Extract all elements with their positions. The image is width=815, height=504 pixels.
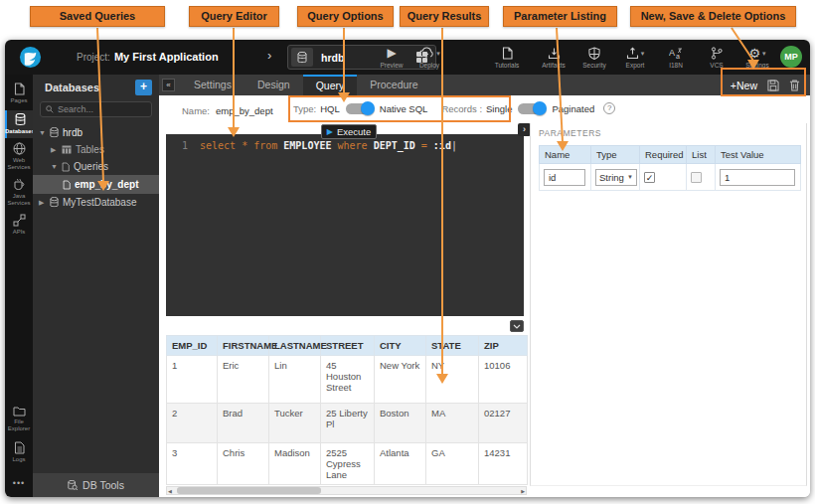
tree-node-tables[interactable]: ▶ Tables [33, 141, 159, 158]
col-emp-id[interactable]: EMP_ID [167, 336, 218, 356]
user-avatar[interactable]: MP [780, 46, 802, 68]
type-label: Type: [293, 103, 316, 114]
param-list-checkbox[interactable] [691, 172, 702, 183]
databases-panel: Databases + Search... ▼ hrdb ▶ Tables [33, 75, 159, 497]
query-name-value[interactable]: emp_by_dept [216, 105, 273, 116]
table-row[interactable]: 1EricLin45 Houston StreetNew YorkNY10106 [167, 356, 528, 404]
save-icon[interactable] [767, 80, 779, 91]
vcs-button[interactable]: VCS [700, 46, 734, 69]
sql-editor[interactable]: 1 select * from EMPLOYEE where DEPT_ID =… [166, 134, 524, 316]
col-zip[interactable]: ZIP [479, 336, 528, 356]
caret-down-icon[interactable]: ▼ [51, 163, 58, 170]
tutorials-doc-icon [502, 46, 513, 60]
table-icon [62, 145, 72, 154]
caret-right-icon[interactable]: ▶ [39, 199, 46, 207]
sidebar-item-pages[interactable]: Pages [5, 83, 33, 104]
add-database-button[interactable]: + [135, 80, 152, 95]
param-name-input[interactable]: id [544, 169, 585, 186]
parameters-title: PARAMETERS [539, 128, 601, 138]
new-query-button[interactable]: +New [731, 80, 757, 91]
tab-procedure[interactable]: Procedure [357, 75, 430, 95]
col-state[interactable]: STATE [426, 336, 479, 356]
sql-code: select * from EMPLOYEE where DEPT_ID = :… [200, 140, 457, 151]
caret-right-icon[interactable]: ▶ [51, 146, 58, 154]
tutorials-button[interactable]: Tutorials [490, 46, 524, 69]
sidebar-item-apis[interactable]: APIs [5, 214, 33, 236]
param-required-checkbox[interactable]: ✓ [644, 172, 655, 183]
tree-node-emp-by-dept[interactable]: emp_by_dept [33, 175, 159, 194]
deploy-button[interactable]: ▾ Deploy [412, 46, 446, 69]
more-options-button[interactable]: ••• [5, 478, 33, 488]
help-icon[interactable]: ? [603, 102, 615, 114]
results-header-row: EMP_ID FIRSTNAME LASTNAME STREET CITY ST… [167, 336, 528, 356]
editor-collapse-button[interactable] [510, 320, 524, 332]
table-row[interactable]: 3ChrisMadison2525 Cypress LaneAtlantaGA1… [167, 443, 528, 485]
tab-query[interactable]: Query [303, 75, 358, 95]
i18n-button[interactable]: Aa I18N [659, 46, 693, 69]
db-tools-button[interactable]: DB Tools [33, 473, 159, 497]
col-lastname[interactable]: LASTNAME [269, 336, 321, 356]
records-toggle[interactable] [518, 103, 546, 114]
records-label: Records : [441, 103, 482, 114]
left-icon-rail: Pages Databases Web Services Java Servic… [5, 75, 33, 497]
settings-button[interactable]: ⚙▾ Settings [740, 46, 774, 69]
gear-icon: ⚙▾ [748, 46, 765, 60]
chevron-down-icon: ▾ [762, 47, 766, 60]
main-content: « Settings Design Query Procedure +New N… [159, 75, 810, 497]
tab-strip: « Settings Design Query Procedure +New [159, 75, 810, 95]
col-firstname[interactable]: FIRSTNAME [218, 336, 269, 356]
export-button[interactable]: ▾ Export [618, 46, 652, 69]
sidebar-item-logs[interactable]: Logs [5, 441, 33, 463]
tree-node-queries[interactable]: ▼ Queries [33, 158, 159, 175]
callout-saved-queries: Saved Queries [30, 6, 165, 27]
sidebar-item-web-services[interactable]: Web Services [5, 142, 33, 171]
table-row[interactable]: 2BradTucker25 Liberty PlBostonMA02127 [167, 404, 528, 443]
shield-icon [588, 46, 600, 60]
tab-settings[interactable]: Settings [181, 75, 244, 95]
callout-query-options: Query Options [297, 6, 394, 27]
scrollbar-thumb[interactable] [177, 487, 321, 494]
sidebar-item-java-services[interactable]: Java Services [5, 178, 33, 207]
tree-node-mytestdatabase[interactable]: ▶ MyTestDatabase [33, 194, 159, 211]
cloud-upload-icon: ▾ [418, 46, 440, 60]
type-toggle[interactable] [346, 103, 374, 114]
project-label: Project: [77, 52, 110, 63]
top-bar: Project:My First Application › hrdb ▶ Pr… [5, 40, 810, 75]
api-nodes-icon [13, 214, 26, 227]
collapse-panel-button[interactable]: « [162, 79, 175, 91]
callout-query-results: Query Results [400, 6, 489, 27]
param-test-value-input[interactable]: 1 [720, 169, 795, 186]
search-placeholder: Search... [58, 104, 93, 114]
delete-icon[interactable] [789, 80, 800, 91]
horizontal-scrollbar[interactable]: ◀ ▶ [166, 486, 527, 495]
param-type-select[interactable]: String▼ [595, 169, 637, 186]
query-header-row: Name: emp_by_dept Type: HQL Native SQL R… [159, 99, 810, 121]
execute-button[interactable]: ▶ Execute [321, 124, 377, 139]
upload-tray-icon: ▾ [626, 46, 645, 60]
parameter-row: id String▼ ✓ 1 [540, 164, 801, 191]
callout-parameter-listing: Parameter Listing [503, 6, 617, 27]
scroll-right-icon[interactable]: ▶ [521, 487, 525, 495]
log-file-icon [14, 441, 25, 454]
scroll-left-icon[interactable]: ◀ [168, 487, 172, 495]
db-search-input[interactable]: Search... [40, 101, 152, 117]
security-button[interactable]: Security [577, 46, 611, 69]
database-icon [50, 127, 59, 138]
col-street[interactable]: STREET [321, 336, 375, 356]
sidebar-item-file-explorer[interactable]: File Explorer [5, 406, 33, 432]
artifacts-button[interactable]: Artifacts [537, 46, 570, 69]
play-icon: ▶ [327, 127, 333, 136]
db-tools-icon [68, 480, 78, 491]
records-paginated-label: Paginated [552, 103, 594, 114]
preview-button[interactable]: ▶ Preview [375, 46, 408, 69]
project-breadcrumb[interactable]: Project:My First Application [77, 51, 219, 63]
tree-node-hrdb[interactable]: ▼ hrdb [33, 124, 159, 141]
query-file-icon [63, 180, 71, 190]
globe-icon [13, 142, 26, 155]
tab-design[interactable]: Design [244, 75, 303, 95]
page: Saved Queries Query Editor Query Options… [0, 0, 815, 504]
col-city[interactable]: CITY [375, 336, 426, 356]
sidebar-item-databases[interactable]: Databases [5, 110, 33, 138]
chevron-down-icon: ▾ [641, 47, 645, 60]
caret-down-icon[interactable]: ▼ [39, 129, 46, 136]
